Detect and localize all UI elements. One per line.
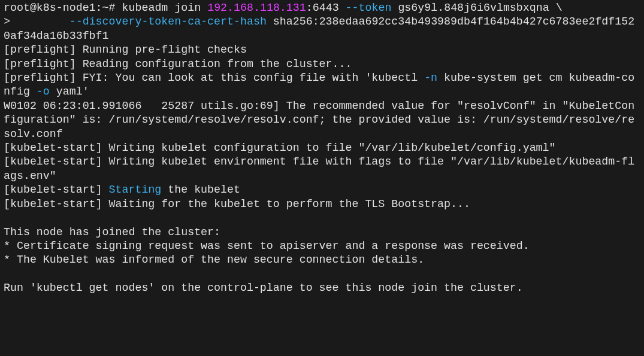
preflight-line-2: [preflight] Reading configuration from t… [4, 58, 352, 70]
preflight-line-1: [preflight] Running pre-flight checks [4, 44, 247, 56]
warning-line: W0102 06:23:01.991066 25287 utils.go:69]… [4, 100, 634, 140]
token-value: gs6y9l.848j6i6vlmsbxqna [398, 2, 549, 14]
flag-discovery: --discovery-token-ca-cert-hash [69, 16, 267, 28]
preflight-line-3c: yaml' [50, 86, 89, 98]
prompt-colon: : [96, 2, 102, 14]
kubelet-start-line-4: [kubelet-start] Waiting for the kubelet … [4, 198, 470, 210]
preflight-line-3a: [preflight] FYI: You can look at this co… [4, 72, 424, 84]
ip-address: 192.168.118.131 [207, 2, 306, 14]
port: 6443 [313, 2, 339, 14]
prompt-symbol: # [109, 2, 116, 14]
terminal-output[interactable]: root@k8s-node1:~# kubeadm join 192.168.1… [0, 0, 644, 297]
kubelet-start-line-1: [kubelet-start] Writing kubelet configur… [4, 142, 556, 154]
kubelet-start-line-3a: [kubelet-start] [4, 184, 109, 196]
joined-header: This node has joined the cluster: [4, 226, 220, 238]
colon: : [306, 2, 313, 14]
continuation-prompt: > [4, 16, 10, 28]
kubelet-start-line-2: [kubelet-start] Writing kubelet environm… [4, 156, 634, 181]
flag-o: -o [37, 86, 50, 98]
prompt-user-host: root@k8s-node1 [4, 2, 96, 14]
flag-n: -n [424, 72, 437, 84]
prompt-space [116, 2, 122, 14]
flag-token: --token [346, 2, 392, 14]
starting-word: Starting [109, 184, 162, 196]
run-hint: Run 'kubectl get nodes' on the control-p… [4, 282, 523, 294]
line-continuation: \ [556, 2, 563, 14]
kubelet-start-line-3b: the kubelet [161, 184, 240, 196]
command: kubeadm join [122, 2, 201, 14]
joined-bullet-2: * The Kubelet was informed of the new se… [4, 254, 424, 266]
joined-bullet-1: * Certificate signing request was sent t… [4, 240, 530, 252]
prompt-path: ~ [102, 2, 109, 14]
